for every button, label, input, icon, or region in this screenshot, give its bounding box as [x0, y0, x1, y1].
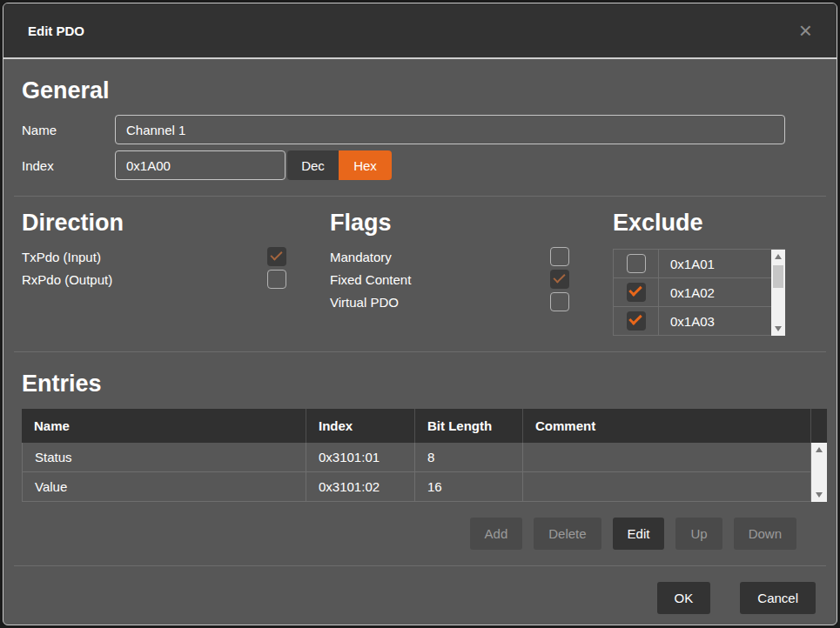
entries-table-rows: Status 0x3101:01 8 Value 0x3101:02 16	[22, 443, 811, 502]
table-row[interactable]: Value 0x3101:02 16	[22, 472, 811, 502]
exclude-list: 0x1A01 0x1A02 0x1A03	[613, 249, 785, 336]
name-label: Name	[22, 123, 115, 137]
general-heading: General	[22, 77, 818, 104]
cell-comment	[523, 472, 811, 501]
entries-table: Name Index Bit Length Comment Status 0x3…	[22, 409, 827, 502]
rxpdo-label: RxPdo (Output)	[22, 272, 112, 287]
flags-heading: Flags	[330, 209, 569, 237]
index-input[interactable]	[115, 150, 286, 180]
entries-scrollbar[interactable]	[811, 443, 827, 502]
divider-footer	[14, 565, 826, 566]
mandatory-checkbox[interactable]	[550, 247, 569, 266]
flag-item-virtual-pdo: Virtual PDO	[330, 292, 569, 311]
cell-index: 0x3101:01	[306, 443, 415, 471]
index-label: Index	[22, 158, 115, 173]
name-input[interactable]	[115, 115, 785, 144]
cell-name: Status	[22, 443, 306, 471]
fixed-content-checkbox[interactable]	[550, 270, 569, 289]
flags-group: Flags Mandatory Fixed Content Virtual PD…	[330, 209, 569, 311]
index-row: Index Dec Hex	[22, 150, 818, 180]
edit-pdo-dialog: Edit PDO × General Name Index Dec Hex Di…	[3, 3, 837, 625]
entries-section: Entries Name Index Bit Length Comment St…	[3, 370, 837, 550]
dialog-titlebar: Edit PDO ×	[3, 3, 837, 59]
cell-index: 0x3101:02	[306, 472, 415, 501]
exclude-0x1A03-checkbox[interactable]	[627, 311, 646, 331]
entries-table-header: Name Index Bit Length Comment	[22, 409, 827, 443]
column-header-bit-length: Bit Length	[415, 409, 523, 443]
general-section: General Name Index Dec Hex	[3, 59, 837, 180]
virtual-pdo-checkbox[interactable]	[550, 292, 569, 311]
list-item[interactable]: 0x1A02	[613, 278, 771, 307]
cell-bit-length: 16	[415, 472, 523, 501]
table-row[interactable]: Status 0x3101:01 8	[22, 443, 811, 472]
divider-options	[14, 351, 826, 352]
edit-button[interactable]: Edit	[613, 518, 665, 550]
exclude-group: Exclude 0x1A01 0x1A02 0x1A03	[613, 209, 785, 336]
exclude-item-label: 0x1A01	[659, 257, 715, 271]
exclude-item-label: 0x1A02	[659, 285, 715, 300]
list-item[interactable]: 0x1A01	[613, 250, 771, 278]
down-button[interactable]: Down	[734, 518, 796, 550]
direction-heading: Direction	[22, 209, 286, 237]
exclude-checkbox-cell	[613, 278, 659, 306]
flag-item-mandatory: Mandatory	[330, 247, 569, 266]
entries-heading: Entries	[22, 370, 837, 398]
exclude-0x1A02-checkbox[interactable]	[627, 283, 646, 302]
dec-button[interactable]: Dec	[287, 150, 339, 180]
direction-item-rxpdo: RxPdo (Output)	[22, 270, 286, 289]
delete-button[interactable]: Delete	[534, 518, 601, 550]
exclude-heading: Exclude	[613, 209, 785, 237]
entries-actions: Add Delete Edit Up Down	[3, 518, 796, 550]
up-button[interactable]: Up	[675, 518, 722, 550]
entries-table-body: Status 0x3101:01 8 Value 0x3101:02 16	[22, 443, 827, 502]
rxpdo-checkbox[interactable]	[267, 270, 286, 289]
cancel-button[interactable]: Cancel	[740, 582, 816, 614]
name-row: Name	[22, 115, 818, 144]
flag-item-fixed-content: Fixed Content	[330, 270, 569, 289]
options-section: Direction TxPdo (Input) RxPdo (Output) F…	[3, 197, 837, 336]
exclude-checkbox-cell	[613, 250, 659, 277]
virtual-pdo-label: Virtual PDO	[330, 295, 399, 310]
column-header-scrollbar-gutter	[811, 409, 827, 443]
dialog-footer: OK Cancel	[3, 582, 816, 614]
direction-item-txpdo: TxPdo (Input)	[22, 247, 286, 266]
exclude-item-label: 0x1A03	[659, 314, 715, 329]
scroll-down-icon[interactable]	[775, 326, 782, 331]
ok-button[interactable]: OK	[657, 582, 711, 614]
exclude-checkbox-cell	[613, 307, 659, 335]
mandatory-label: Mandatory	[330, 250, 392, 264]
radix-toggle: Dec Hex	[287, 150, 392, 180]
close-icon[interactable]: ×	[799, 19, 812, 42]
direction-group: Direction TxPdo (Input) RxPdo (Output)	[22, 209, 286, 289]
scroll-up-icon[interactable]	[816, 447, 823, 452]
scroll-down-icon[interactable]	[816, 492, 823, 498]
exclude-scrollbar[interactable]	[771, 250, 785, 336]
hex-button[interactable]: Hex	[339, 150, 392, 180]
list-item[interactable]: 0x1A03	[613, 307, 771, 336]
dialog-title: Edit PDO	[28, 23, 84, 38]
add-button[interactable]: Add	[470, 518, 523, 550]
exclude-rows: 0x1A01 0x1A02 0x1A03	[613, 250, 771, 336]
column-header-comment: Comment	[523, 409, 811, 443]
column-header-index: Index	[306, 409, 415, 443]
cell-comment	[523, 443, 811, 471]
column-header-name: Name	[22, 409, 306, 443]
cell-bit-length: 8	[415, 443, 523, 471]
txpdo-checkbox[interactable]	[267, 247, 286, 266]
txpdo-label: TxPdo (Input)	[22, 250, 101, 264]
fixed-content-label: Fixed Content	[330, 272, 411, 287]
scrollbar-thumb[interactable]	[773, 265, 783, 288]
cell-name: Value	[22, 472, 306, 501]
exclude-0x1A01-checkbox[interactable]	[627, 254, 646, 273]
scroll-up-icon[interactable]	[775, 254, 782, 259]
